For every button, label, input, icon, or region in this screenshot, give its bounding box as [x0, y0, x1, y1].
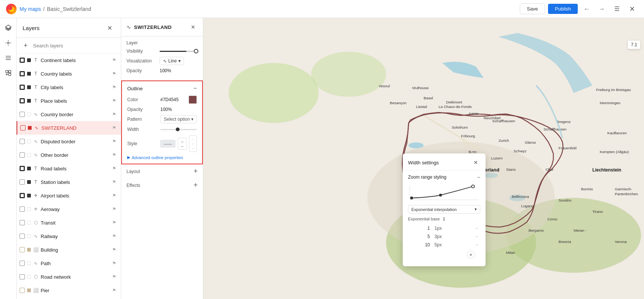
layer-item-airport-labels[interactable]: ✈ Airport labels ⚑: [17, 189, 121, 202]
forward-button[interactable]: →: [596, 3, 608, 15]
layer-item-station-labels[interactable]: T Station labels ⚑: [17, 175, 121, 189]
layer-checkbox-other-border[interactable]: [20, 152, 25, 158]
layer-name-pier: Pier: [41, 288, 110, 293]
zoom-range-collapse-button[interactable]: −: [477, 174, 480, 180]
effects-label: Effects: [126, 183, 140, 188]
zoom-add-button[interactable]: +: [467, 250, 475, 259]
save-button[interactable]: Save: [520, 3, 545, 14]
layer-item-path[interactable]: ∿ Path ⚑: [17, 257, 121, 270]
layer-item-road-labels[interactable]: T Road labels ⚑: [17, 162, 121, 175]
layer-color-road-labels: [27, 167, 31, 170]
svg-text:Sondrio: Sondrio: [559, 198, 572, 202]
opacity-value: 100%: [160, 68, 198, 73]
flag-icon-airport: ⚑: [112, 193, 116, 198]
publish-button[interactable]: Publish: [548, 4, 578, 14]
style-dashed[interactable]: – –: [178, 138, 187, 150]
flag-icon-country-labels: ⚑: [112, 71, 116, 76]
layout-add-button[interactable]: +: [193, 167, 198, 175]
my-maps-link[interactable]: My maps: [20, 6, 41, 12]
svg-text:Kempten (Allgäu): Kempten (Allgäu): [600, 150, 629, 154]
style-solid[interactable]: ——: [160, 140, 175, 147]
svg-text:Glarus: Glarus: [525, 140, 536, 144]
layers-header: Layers ✕: [17, 18, 121, 38]
layer-checkbox-path[interactable]: [20, 261, 25, 266]
layer-checkbox-city-labels[interactable]: [20, 85, 25, 90]
layer-checkbox-aeroway[interactable]: [20, 206, 25, 212]
effects-add-button[interactable]: +: [193, 181, 198, 189]
layer-item-continent-labels[interactable]: T Continent labels ⚑: [17, 53, 121, 67]
layer-checkbox-railway[interactable]: [20, 234, 25, 239]
layer-checkbox-road-labels[interactable]: [20, 166, 25, 171]
layer-detail-close-button[interactable]: ✕: [189, 23, 198, 32]
extensions-icon-btn[interactable]: [2, 66, 15, 80]
layer-item-bridge[interactable]: ⬜ Bridge ⚑: [17, 297, 121, 299]
layer-checkbox-country-labels[interactable]: [20, 71, 25, 76]
pattern-select[interactable]: Select option ▾: [160, 115, 197, 123]
outline-collapse-icon[interactable]: −: [193, 85, 197, 92]
layer-checkbox-country-border[interactable]: [20, 112, 25, 117]
layers-close-button[interactable]: ✕: [104, 23, 115, 33]
layers-panel: Layers ✕ + T Continent labels ⚑ T Countr…: [17, 18, 121, 299]
svg-rect-8: [8, 73, 11, 76]
svg-rect-7: [8, 70, 11, 73]
layer-checkbox-switzerland[interactable]: [20, 125, 26, 131]
layer-item-country-labels[interactable]: T Country labels ⚑: [17, 67, 121, 80]
svg-text:Basel: Basel: [424, 96, 433, 100]
visibility-slider[interactable]: [160, 51, 198, 52]
layer-item-pier[interactable]: ⬜ Pier ⚑: [17, 284, 121, 297]
search-input[interactable]: [33, 43, 116, 49]
layer-item-disputed-border[interactable]: ∿ Disputed border ⚑: [17, 135, 121, 148]
layer-item-city-labels[interactable]: T City labels ⚑: [17, 80, 121, 94]
layer-checkbox-place-labels[interactable]: [20, 98, 25, 103]
zoom-section: Zoom range styling −: [403, 170, 486, 266]
zoom-remove-3[interactable]: −: [462, 241, 480, 249]
zoom-value-2: 5: [408, 232, 432, 241]
layer-item-building[interactable]: ⬜ Building ⚑: [17, 243, 121, 257]
layer-checkbox-station-labels[interactable]: [20, 179, 25, 185]
layer-item-other-border[interactable]: ∿ Other border ⚑: [17, 148, 121, 162]
popup-close-button[interactable]: ✕: [471, 158, 480, 167]
layer-item-railway[interactable]: ∿ Railway ⚑: [17, 229, 121, 243]
zoom-remove-2[interactable]: −: [462, 232, 480, 241]
layer-label-row: Layer: [126, 40, 198, 46]
svg-text:Schaffhausen: Schaffhausen: [544, 127, 566, 131]
settings-icon-btn[interactable]: [2, 51, 15, 65]
layer-color-transit: [27, 221, 31, 225]
visualization-select[interactable]: ∿ Line ▾: [160, 57, 184, 65]
layer-item-country-border[interactable]: ∿ Country border ⚑: [17, 108, 121, 121]
interpolation-select[interactable]: Exponential interpolation ▾: [408, 205, 480, 214]
add-layer-button[interactable]: +: [21, 41, 30, 50]
zoom-remove-1[interactable]: −: [462, 224, 480, 232]
layer-checkbox-disputed-border[interactable]: [20, 139, 25, 144]
layer-item-transit[interactable]: ⬡ Transit ⚑: [17, 216, 121, 229]
location-icon-btn[interactable]: [2, 36, 15, 50]
layer-checkbox-pier[interactable]: [20, 288, 25, 293]
layers-icon-btn[interactable]: [2, 21, 15, 35]
close-button[interactable]: ✕: [626, 3, 638, 15]
back-button[interactable]: ←: [581, 3, 593, 15]
airport-icon: ✈: [33, 193, 38, 198]
svg-text:Memmingen: Memmingen: [600, 101, 621, 105]
map-area[interactable]: Switzerland Bern Zurich Bellinzona Lugan…: [203, 18, 644, 299]
advanced-outline-properties[interactable]: ▶ Advanced outline properties: [127, 155, 197, 160]
layer-checkbox-airport-labels[interactable]: [20, 193, 25, 198]
more-menu-button[interactable]: ☰: [611, 3, 623, 15]
flag-icon-path: ⚑: [112, 261, 116, 266]
svg-text:Bergamo: Bergamo: [528, 228, 544, 232]
style-dotted[interactable]: · · ·: [189, 135, 197, 152]
layer-color-airport-labels: [27, 194, 31, 197]
text-icon-road-labels: T: [33, 166, 38, 171]
layer-item-switzerland[interactable]: ∿ SWITZERLAND ⚑: [17, 121, 121, 135]
layer-item-place-labels[interactable]: T Place labels ⚑: [17, 94, 121, 108]
zoom-indicator: 7.1: [628, 41, 640, 49]
layer-checkbox-continent-labels[interactable]: [20, 58, 25, 63]
breadcrumb: My maps / Basic_Switzlerland: [20, 6, 91, 12]
width-slider[interactable]: [160, 126, 197, 132]
layer-checkbox-road-network[interactable]: [20, 274, 25, 279]
layer-item-aeroway[interactable]: ✈ Aeroway ⚑: [17, 202, 121, 216]
layer-checkbox-transit[interactable]: [20, 220, 25, 225]
layer-item-road-network[interactable]: ⬡ Road network ⚑: [17, 270, 121, 284]
flag-icon-transit: ⚑: [112, 220, 116, 225]
color-swatch[interactable]: [189, 96, 197, 104]
layer-checkbox-building[interactable]: [20, 247, 25, 252]
